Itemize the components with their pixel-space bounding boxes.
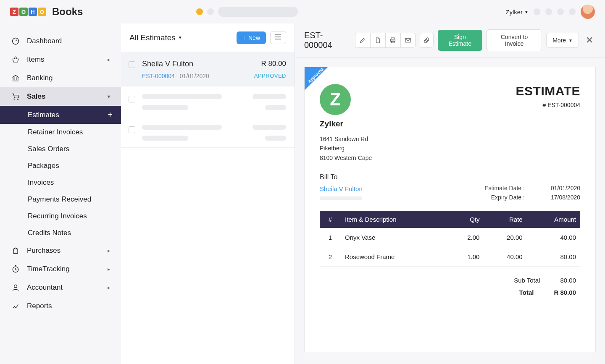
line-items-table: # Item & Description Qty Rate Amount 1 O…	[320, 211, 580, 267]
sidebar-item-items[interactable]: Items ▸	[0, 50, 121, 69]
svg-point-4	[14, 285, 17, 288]
document-scroll[interactable]: Approved Z Zylker 1641 Sandown Rd Piketb…	[295, 58, 605, 364]
topbar-action-icon[interactable]	[569, 8, 576, 15]
list-filter-dropdown[interactable]: All Estimates▼	[129, 33, 182, 42]
svg-rect-8	[405, 38, 410, 42]
sign-estimate-button[interactable]: Sign Estimate	[438, 30, 482, 51]
doc-type: ESTIMATE	[516, 84, 580, 98]
line-item-row: 1 Onyx Vase 2.00 20.00 40.00	[320, 228, 580, 247]
billto-label: Bill To	[320, 173, 372, 181]
paperclip-icon	[423, 37, 430, 44]
sidebar-item-banking[interactable]: Banking	[0, 69, 121, 87]
close-button[interactable]: ✕	[583, 33, 596, 47]
amount: R 80.00	[261, 60, 286, 68]
sidebar-sub-packages[interactable]: Packages	[0, 157, 121, 174]
more-button[interactable]: More▼	[546, 33, 579, 48]
billto-name[interactable]: Sheila V Fulton	[320, 185, 372, 192]
estimate-date-value: 01/01/2020	[551, 185, 580, 191]
chevron-right-icon: ▸	[108, 248, 110, 254]
svg-rect-7	[392, 41, 395, 43]
reports-icon	[11, 301, 20, 311]
dashboard-icon	[11, 37, 20, 46]
th-amount: Amount	[527, 211, 580, 228]
estimate-date-label: Estimate Date :	[484, 185, 525, 191]
edit-button[interactable]	[355, 33, 370, 48]
attach-button[interactable]	[420, 33, 434, 48]
topbar-action-icon[interactable]	[557, 8, 564, 15]
org-switcher[interactable]: Zylker▼	[505, 8, 529, 16]
sidebar-sub-invoices[interactable]: Invoices	[0, 174, 121, 191]
total-value: R 80.00	[554, 289, 576, 296]
subtotal-value: 80.00	[560, 277, 576, 284]
timer-icon	[11, 264, 20, 274]
detail-title: EST-000004	[304, 31, 347, 50]
sidebar-sub-retainer[interactable]: Retainer Invoices	[0, 124, 121, 141]
sidebar-item-dashboard[interactable]: Dashboard	[0, 32, 121, 50]
sidebar-sub-payments[interactable]: Payments Received	[0, 191, 121, 208]
basket-icon	[11, 55, 20, 64]
window-dot-icon	[196, 8, 203, 15]
estimate-date: 01/01/2020	[180, 73, 209, 79]
new-estimate-button[interactable]: +New	[237, 31, 266, 44]
sidebar-sub-recurring[interactable]: Recurring Invoices	[0, 208, 121, 225]
caret-down-icon: ▾	[108, 94, 110, 100]
window-dot-icon	[207, 8, 214, 15]
expiry-date-value: 17/08/2020	[551, 194, 580, 201]
topbar-action-icon[interactable]	[534, 8, 540, 15]
line-item-row: 2 Rosewood Frame 1.00 40.00 80.00	[320, 247, 580, 267]
sidebar: Dashboard Items ▸ Banking Sales ▾ Estima…	[0, 24, 121, 364]
sidebar-item-sales[interactable]: Sales ▾	[0, 87, 121, 106]
pencil-icon	[359, 37, 366, 44]
estimate-list-item-skeleton	[121, 117, 295, 148]
th-qty: Qty	[447, 211, 484, 228]
topbar-center	[196, 7, 298, 17]
hamburger-icon	[275, 34, 281, 39]
th-rate: Rate	[484, 211, 526, 228]
pdf-button[interactable]	[370, 33, 385, 48]
printer-icon	[389, 37, 396, 44]
sidebar-item-timetracking[interactable]: TimeTracking ▸	[0, 260, 121, 278]
total-label: Total	[519, 289, 534, 296]
topbar-action-icon[interactable]	[545, 8, 552, 15]
totals: Sub Total 80.00 Total R 80.00	[320, 274, 580, 299]
sidebar-item-accountant[interactable]: Accountant ▸	[0, 278, 121, 297]
file-icon	[374, 37, 381, 44]
topbar: Z O H O Books Zylker▼	[0, 0, 605, 24]
avatar[interactable]	[581, 5, 595, 19]
sidebar-item-purchases[interactable]: Purchases ▸	[0, 241, 121, 260]
detail-header: EST-000004 Sign Estimate Convert to Invo…	[295, 24, 605, 58]
expiry-date-label: Expiry Date :	[491, 194, 525, 201]
estimates-list-panel: All Estimates▼ +New Sheila V Fulton R 80…	[121, 24, 295, 364]
print-button[interactable]	[385, 33, 400, 48]
app-logo[interactable]: Z O H O Books	[10, 6, 83, 18]
sidebar-sub-estimates[interactable]: Estimates +	[0, 106, 121, 124]
estimate-list-item[interactable]: Sheila V Fulton R 80.00 EST-000004 01/01…	[121, 52, 295, 86]
plus-icon: +	[242, 34, 246, 41]
billto-address-placeholder	[320, 196, 362, 200]
checkbox[interactable]	[129, 96, 135, 102]
estimate-number: EST-000004	[142, 73, 175, 79]
sidebar-sub-salesorders[interactable]: Sales Orders	[0, 141, 121, 157]
product-name: Books	[52, 6, 83, 18]
sidebar-item-reports[interactable]: Reports	[0, 297, 121, 315]
estimate-list-item-skeleton	[121, 86, 295, 117]
action-icon-group	[355, 33, 416, 48]
estimate-document: Approved Z Zylker 1641 Sandown Rd Piketb…	[304, 67, 596, 352]
estimate-detail-panel: EST-000004 Sign Estimate Convert to Invo…	[295, 24, 605, 364]
checkbox[interactable]	[129, 61, 135, 68]
list-header: All Estimates▼ +New	[121, 24, 295, 52]
plus-icon[interactable]: +	[108, 110, 113, 120]
list-menu-button[interactable]	[270, 31, 286, 44]
org-address: 1641 Sandown Rd Piketberg 8100 Western C…	[320, 134, 372, 162]
sidebar-sub-credits[interactable]: Credits Notes	[0, 225, 121, 241]
checkbox[interactable]	[129, 126, 135, 133]
topbar-right: Zylker▼	[505, 5, 595, 19]
th-item: Item & Description	[341, 211, 447, 228]
caret-down-icon: ▼	[568, 38, 573, 43]
bank-icon	[11, 73, 20, 83]
convert-to-invoice-button[interactable]: Convert to Invoice	[487, 29, 542, 51]
search-input[interactable]	[218, 7, 298, 17]
status-badge: APPROVED	[254, 73, 286, 79]
subtotal-label: Sub Total	[514, 277, 540, 284]
email-button[interactable]	[400, 33, 416, 48]
